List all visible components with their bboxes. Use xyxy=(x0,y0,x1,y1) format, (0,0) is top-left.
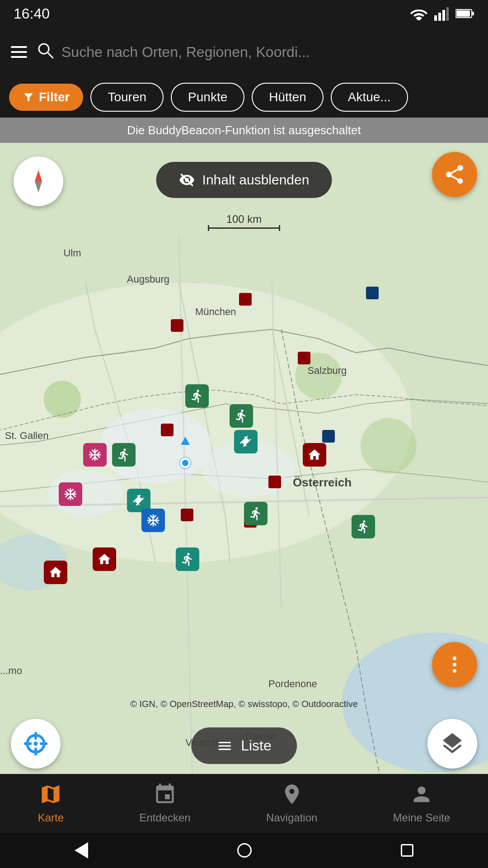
tab-punkte[interactable]: Punkte xyxy=(171,83,244,112)
marker-hut-1[interactable] xyxy=(303,443,326,467)
battery-icon xyxy=(455,9,474,19)
android-nav xyxy=(0,833,488,868)
svg-rect-5 xyxy=(472,12,474,15)
hide-content-button[interactable]: Inhalt ausblenden xyxy=(156,162,332,198)
red-marker-4 xyxy=(161,424,174,436)
marker-hiking-1[interactable] xyxy=(230,404,253,428)
list-label: Liste xyxy=(241,737,272,754)
more-dots-icon xyxy=(444,654,465,675)
map-label-st-gallen: St. Gallen xyxy=(5,430,49,442)
marker-hut-2[interactable] xyxy=(44,561,67,584)
svg-rect-6 xyxy=(456,10,470,17)
share-fab[interactable] xyxy=(432,152,477,197)
filter-icon xyxy=(23,91,34,103)
status-bar: 16:40 xyxy=(0,0,488,27)
nav-icon-navigation xyxy=(280,783,304,808)
more-options-fab[interactable] xyxy=(432,642,477,687)
svg-rect-1 xyxy=(438,13,441,21)
marker-green-sq-big[interactable] xyxy=(112,443,136,467)
marker-hiking-2[interactable] xyxy=(185,384,209,408)
marker-winter-1[interactable] xyxy=(141,509,165,532)
red-marker-3 xyxy=(298,352,310,364)
marker-activity-1[interactable] xyxy=(176,547,199,571)
nav-icon-entdecken xyxy=(153,783,177,808)
dark-blue-marker-2 xyxy=(366,287,379,299)
tab-hutten[interactable]: Hütten xyxy=(252,83,324,112)
buddy-beacon-banner: Die BuddyBeacon-Funktion ist ausgeschalt… xyxy=(0,118,488,143)
search-bar[interactable]: Suche nach Orten, Regionen, Koordi... xyxy=(36,41,477,63)
red-marker-7 xyxy=(181,509,193,521)
svg-line-8 xyxy=(47,52,53,58)
map-label-pordenone: Pordenone xyxy=(268,678,317,690)
wifi-icon xyxy=(410,7,427,20)
my-location-fab[interactable] xyxy=(11,719,61,769)
svg-point-25 xyxy=(453,669,456,673)
buddy-beacon-text: Die BuddyBeacon-Funktion ist ausgeschalt… xyxy=(127,123,361,137)
svg-point-16 xyxy=(43,381,81,418)
nav-item-navigation[interactable]: Navigation xyxy=(266,783,317,824)
android-recents-button[interactable] xyxy=(401,844,413,857)
svg-rect-3 xyxy=(446,7,449,21)
status-icons xyxy=(410,6,474,21)
map-label-munchen: München xyxy=(195,306,236,318)
map-area[interactable]: Ulm Augsburg München Salzburg Österreich… xyxy=(0,143,488,796)
android-back-button[interactable] xyxy=(75,842,88,859)
tab-aktue[interactable]: Aktue... xyxy=(331,83,408,112)
marker-hut-3[interactable] xyxy=(93,547,116,571)
marker-ski-1[interactable] xyxy=(234,430,258,453)
scale-line xyxy=(208,227,280,229)
red-marker-5 xyxy=(268,476,281,488)
map-label-bergamo: ...mo xyxy=(0,665,22,677)
nav-label-entdecken: Entdecken xyxy=(139,811,190,824)
svg-point-27 xyxy=(33,741,38,745)
scale-bar: 100 km xyxy=(208,213,280,229)
map-label-osterreich: Österreich xyxy=(293,476,352,490)
filter-button[interactable]: Filter xyxy=(9,84,83,111)
svg-rect-2 xyxy=(442,10,445,21)
red-marker-1 xyxy=(171,319,183,332)
top-bar: Suche nach Orten, Regionen, Koordi... xyxy=(0,27,488,77)
filter-label: Filter xyxy=(39,90,70,104)
svg-point-18 xyxy=(361,418,417,474)
nav-icon-meine-seite xyxy=(410,783,433,808)
layers-icon xyxy=(440,731,465,756)
share-icon xyxy=(443,163,466,186)
search-icon xyxy=(36,41,54,63)
search-input-placeholder: Suche nach Orten, Regionen, Koordi... xyxy=(61,44,310,61)
status-time: 16:40 xyxy=(14,5,50,22)
nav-item-entdecken[interactable]: Entdecken xyxy=(139,783,190,824)
bottom-nav: Karte Entdecken Navigation Meine Seite xyxy=(0,774,488,833)
tab-touren[interactable]: Touren xyxy=(90,83,164,112)
location-direction-indicator xyxy=(181,437,190,445)
dark-blue-marker-1 xyxy=(322,430,335,443)
android-home-button[interactable] xyxy=(237,843,252,858)
marker-hiking-4[interactable] xyxy=(352,515,375,538)
hide-content-label: Inhalt ausblenden xyxy=(202,172,310,188)
list-icon xyxy=(216,738,233,754)
hide-icon xyxy=(179,172,195,188)
map-copyright: © IGN, © OpenStreetMap, © swisstopo, © O… xyxy=(0,696,488,712)
user-location-dot xyxy=(180,458,190,468)
crosshair-icon xyxy=(23,731,48,756)
signal-icon xyxy=(434,6,449,21)
layers-fab[interactable] xyxy=(427,719,477,769)
list-button[interactable]: Liste xyxy=(191,727,297,764)
filter-bar: Filter Touren Punkte Hütten Aktue... xyxy=(0,77,488,118)
svg-rect-0 xyxy=(434,15,437,21)
scale-label: 100 km xyxy=(226,213,262,226)
nav-label-navigation: Navigation xyxy=(266,811,317,824)
svg-point-24 xyxy=(453,663,456,666)
nav-label-meine-seite: Meine Seite xyxy=(393,811,450,824)
map-label-augsburg: Augsburg xyxy=(127,274,169,285)
nav-item-karte[interactable]: Karte xyxy=(38,783,64,824)
red-marker-2 xyxy=(239,293,252,306)
marker-snow-1[interactable] xyxy=(83,443,107,467)
compass[interactable] xyxy=(14,156,63,206)
marker-snow-2[interactable] xyxy=(59,482,82,506)
map-label-ulm: Ulm xyxy=(63,247,81,259)
nav-icon-karte xyxy=(39,783,62,808)
menu-button[interactable] xyxy=(11,46,27,58)
nav-label-karte: Karte xyxy=(38,811,64,824)
nav-item-meine-seite[interactable]: Meine Seite xyxy=(393,783,450,824)
marker-hiking-3[interactable] xyxy=(244,502,267,525)
